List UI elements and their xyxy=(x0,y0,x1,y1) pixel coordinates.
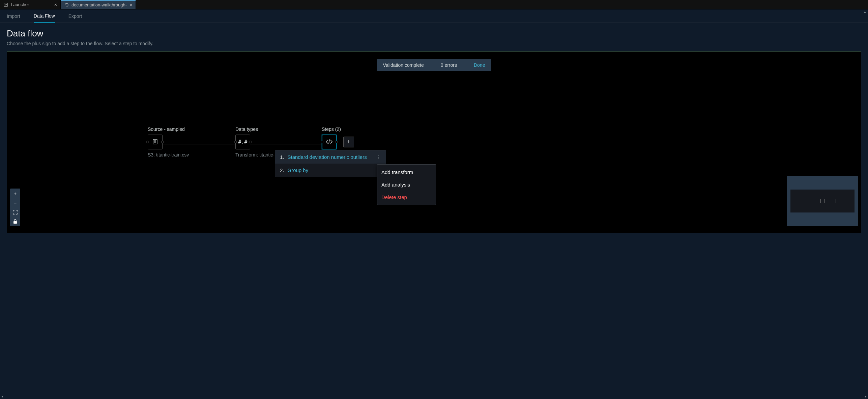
menu-delete-step[interactable]: Delete step xyxy=(377,191,436,203)
minimap-node xyxy=(820,199,824,203)
page-title: Data flow xyxy=(7,28,861,39)
zoom-out-button[interactable]: − xyxy=(10,198,20,207)
toast-errors: 0 errors xyxy=(441,62,457,68)
number-icon: #.# xyxy=(238,139,247,145)
zoom-controls: + − xyxy=(10,189,20,226)
nav-import[interactable]: Import xyxy=(7,10,20,22)
toast-message: Validation complete xyxy=(383,62,424,68)
port-right[interactable] xyxy=(335,141,338,143)
zoom-in-button[interactable]: + xyxy=(10,189,20,198)
nav-export[interactable]: Export xyxy=(68,10,82,22)
node-box[interactable] xyxy=(148,135,163,149)
node-box[interactable] xyxy=(322,135,337,149)
port-left[interactable] xyxy=(234,141,237,143)
minimap[interactable] xyxy=(787,176,858,226)
code-icon xyxy=(325,139,333,145)
port-right[interactable] xyxy=(249,141,252,143)
steps-popover: 1. Standard deviation numeric outliers ⋮… xyxy=(275,150,386,177)
lock-button[interactable] xyxy=(10,217,20,226)
svg-rect-5 xyxy=(13,221,17,224)
scroll-up-icon[interactable]: ▲ xyxy=(863,10,867,14)
minimap-node xyxy=(832,199,836,203)
scroll-right-icon[interactable]: ▸ xyxy=(865,395,867,398)
scroll-left-icon[interactable]: ◂ xyxy=(1,395,3,398)
file-tab-documentation[interactable]: documentation-walkthrough- × xyxy=(61,0,136,9)
nav-data-flow[interactable]: Data Flow xyxy=(34,10,55,23)
validation-toast: Validation complete 0 errors Done xyxy=(377,59,491,71)
node-title: Source - sampled xyxy=(148,126,189,132)
menu-add-analysis[interactable]: Add analysis xyxy=(377,178,436,191)
step-name: Standard deviation numeric outliers xyxy=(288,154,367,160)
node-title: Steps (2) xyxy=(322,126,341,132)
step-row-2[interactable]: 2. Group by ⋮ xyxy=(275,164,386,177)
step-number: 1. xyxy=(280,154,284,160)
flow-canvas[interactable]: Validation complete 0 errors Done Source… xyxy=(7,52,861,233)
toast-done-link[interactable]: Done xyxy=(474,62,485,68)
page-subtitle: Choose the plus sign to add a step to th… xyxy=(7,41,861,46)
node-data-types[interactable]: Data types #.# Transform: titantic-t xyxy=(235,126,276,158)
fullscreen-button[interactable] xyxy=(10,207,20,217)
close-icon[interactable]: × xyxy=(129,2,132,8)
close-icon[interactable]: × xyxy=(54,2,57,7)
port-right[interactable] xyxy=(161,141,164,143)
step-row-1[interactable]: 1. Standard deviation numeric outliers ⋮ xyxy=(275,150,386,164)
node-box[interactable]: #.# xyxy=(235,135,250,149)
node-subtitle: S3: titantic-train.csv xyxy=(148,152,189,158)
menu-add-transform[interactable]: Add transform xyxy=(377,166,436,178)
sub-nav: Import Data Flow Export ▲ xyxy=(0,9,868,23)
node-source[interactable]: Source - sampled S3: titantic-train.csv xyxy=(148,126,189,158)
node-subtitle: Transform: titantic-t xyxy=(235,152,276,158)
launcher-icon xyxy=(3,2,8,7)
kebab-icon[interactable]: ⋮ xyxy=(376,154,381,160)
minimap-node xyxy=(809,199,813,203)
minimap-view xyxy=(790,190,855,212)
node-title: Data types xyxy=(235,126,276,132)
file-tab-label: Launcher xyxy=(11,2,29,7)
dataset-icon xyxy=(152,139,158,146)
file-tab-strip: Launcher × documentation-walkthrough- × xyxy=(0,0,868,9)
port-left[interactable] xyxy=(146,141,149,143)
step-context-menu: Add transform Add analysis Delete step xyxy=(377,164,436,205)
port-left[interactable] xyxy=(321,141,323,143)
file-tab-label: documentation-walkthrough- xyxy=(71,2,127,7)
step-name: Group by xyxy=(288,167,309,173)
file-tab-launcher[interactable]: Launcher × xyxy=(0,0,61,9)
add-step-button[interactable]: + xyxy=(343,137,354,147)
flow-icon xyxy=(64,3,69,7)
node-steps[interactable]: Steps (2) xyxy=(322,126,341,149)
page-header: Data flow Choose the plus sign to add a … xyxy=(0,23,868,50)
step-number: 2. xyxy=(280,167,284,173)
